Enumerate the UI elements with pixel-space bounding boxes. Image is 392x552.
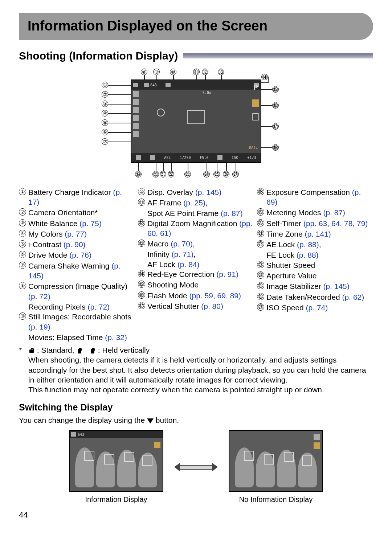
page-ref[interactable]: (p. 72) [28, 292, 50, 300]
camera-standard-icon [28, 347, 35, 354]
section-title: Shooting (Information Display) [19, 49, 178, 63]
screen-diagram: ① ② ③ ④ ⑤ ⑥ ⑦ ⑧ ⑨ ⑩ ⑪ ⑫ ⑬ ⑭ ⑮ ⑯ ⑰ ⑱ [19, 69, 373, 183]
page-ref[interactable]: (p. 88) [297, 240, 319, 249]
legend-subline: Recording Pixels (p. 72) [19, 302, 135, 312]
legend-item: ⑲Metering Modes (p. 87) [257, 208, 373, 217]
callout-23: ㉓ [184, 171, 191, 177]
iso-label: ISO [232, 155, 238, 160]
page-ref[interactable]: (p. 69) [266, 188, 361, 206]
date-stamp: DATE [249, 145, 258, 150]
callout-7: ⑦ [102, 138, 108, 145]
legend-text: i-Contrast (p. 90) [28, 240, 135, 249]
legend-item: ⑰Vertical Shutter (p. 80) [138, 301, 254, 311]
page-ref[interactable]: (p. 25) [183, 199, 205, 207]
legend-text: Camera Orientation* [28, 208, 135, 217]
legend-item: ⑬Macro (p. 70), [138, 239, 254, 249]
page-ref[interactable]: (p. 91) [216, 270, 238, 278]
legend-number: ⑳ [257, 219, 264, 226]
page-ref[interactable]: (p. 19) [28, 323, 50, 331]
legend-item: ㉔Aperture Value [257, 271, 373, 281]
legend-item: ⑳Self-Timer (pp. 63, 64, 78, 79) [257, 218, 373, 228]
page-ref[interactable]: (p. 87) [221, 209, 243, 217]
legend-number: ⑤ [19, 240, 26, 248]
icontrast-icon [133, 115, 139, 121]
legend-item: ㉗ISO Speed (p. 74) [257, 303, 373, 312]
legend-text: Shooting Mode [147, 280, 254, 290]
page-title: Information Displayed on the Screen [28, 17, 364, 35]
camera-vertical-icon-1 [76, 347, 83, 354]
page-ref[interactable]: (p. 77) [65, 230, 87, 238]
legend-item: ㉒AE Lock (p. 88), [257, 240, 373, 249]
page-ref[interactable]: (p. 145) [28, 262, 121, 280]
legend-text: AF Frame (p. 25), [147, 198, 254, 208]
page-ref[interactable]: (p. 88) [297, 251, 319, 259]
section-header-row: Shooting (Information Display) [19, 49, 373, 63]
page-ref[interactable]: (p. 145) [195, 188, 221, 196]
legend-item: ⑱Exposure Compensation (p. 69) [257, 187, 373, 207]
legend-item: ⑤i-Contrast (p. 90) [19, 240, 135, 249]
page-ref[interactable]: (p. 71) [172, 250, 194, 258]
page-ref[interactable]: (pp. 60, 61) [147, 219, 252, 237]
page-ref[interactable]: (p. 74) [306, 303, 328, 312]
page-ref[interactable]: (p. 141) [305, 230, 331, 238]
legend-item: ㉕Image Stabilizer (p. 145) [257, 281, 373, 291]
legend-text: Macro (p. 70), [147, 239, 254, 249]
legend-text: Battery Charge Indicator (p. 17) [28, 187, 135, 207]
page-ref[interactable]: (p. 80) [201, 302, 223, 310]
page-ref[interactable]: (p. 145) [323, 282, 349, 290]
legend-subline: FE Lock (p. 88) [257, 250, 373, 260]
page-ref[interactable]: (p. 84) [177, 260, 200, 269]
double-arrow-icon [174, 463, 218, 471]
legend-subline: Infinity (p. 71), [138, 249, 254, 259]
legend-text: AE Lock (p. 88), [266, 240, 373, 249]
page-ref[interactable]: (p. 62) [342, 293, 364, 301]
legend-col-2: ⑩Disp. Overlay (p. 145)⑪AF Frame (p. 25)… [138, 187, 254, 342]
callout-26: ㉖ [223, 171, 229, 177]
page-ref[interactable]: (p. 17) [28, 188, 122, 206]
legend-item: ⑧Compression (Image Quality) (p. 72) [19, 281, 135, 301]
legend-item: ⑩Disp. Overlay (p. 145) [138, 187, 254, 197]
callout-22: ㉒ [168, 171, 174, 177]
metering-icon [136, 155, 141, 160]
self-timer-icon [157, 109, 165, 116]
page-ref[interactable]: (p. 72) [87, 303, 110, 311]
page-ref[interactable]: (p. 76) [69, 251, 91, 259]
legend-text: Camera Shake Warning (p. 145) [28, 261, 135, 281]
legend-subline: AF Lock (p. 84) [138, 259, 254, 269]
page-ref[interactable]: (p. 90) [64, 240, 86, 249]
compression-icon [144, 83, 149, 87]
legend-number: ⑬ [138, 240, 145, 247]
callout-13: ⑬ [218, 69, 224, 75]
legend-number: ⑫ [138, 219, 145, 226]
callout-25: ㉕ [213, 171, 220, 177]
legend-item: ⑥Drive Mode (p. 76) [19, 250, 135, 260]
legend-number: ㉕ [257, 282, 264, 289]
legend-item: ㉖Date Taken/Recorded (p. 62) [257, 292, 373, 302]
page-ref[interactable]: (p. 32) [105, 333, 127, 342]
orientation-note-body-1: When shooting, the camera detects if it … [28, 355, 373, 385]
legend-item: ⑦Camera Shake Warning (p. 145) [19, 261, 135, 281]
legend-number: ㉒ [257, 240, 264, 248]
page-ref[interactable]: (p. 75) [79, 219, 102, 228]
page-ref[interactable]: (pp. 63, 64, 78, 79) [303, 219, 368, 228]
legend-number: ⑲ [257, 208, 264, 216]
callout-27: ㉗ [232, 171, 239, 177]
legend-number: ⑰ [138, 302, 145, 309]
shutter-speed: 1/250 [180, 155, 191, 160]
callout-15: ⑮ [272, 86, 279, 93]
legend-text: Red-Eye Correction (p. 91) [147, 269, 254, 279]
ev-value: +1/3 [247, 155, 256, 160]
orientation-note-body-2: This function may not operate correctly … [28, 385, 373, 394]
legend-number: ② [19, 208, 26, 216]
legend-number: ㉗ [257, 303, 264, 311]
page-ref[interactable]: (pp. 59, 69, 89) [189, 291, 241, 300]
callout-1: ① [102, 82, 108, 88]
callout-2: ② [102, 91, 108, 98]
legend-text: Still Images: Recordable shots (p. 19) [28, 312, 135, 332]
mode-icon [314, 434, 320, 440]
legend-item: ③White Balance (p. 75) [19, 218, 135, 228]
page-ref[interactable]: (p. 70) [171, 240, 193, 248]
legend-number: ⑪ [138, 199, 145, 206]
page-ref[interactable]: (p. 87) [323, 208, 345, 217]
note-asterisk: * [19, 345, 25, 385]
